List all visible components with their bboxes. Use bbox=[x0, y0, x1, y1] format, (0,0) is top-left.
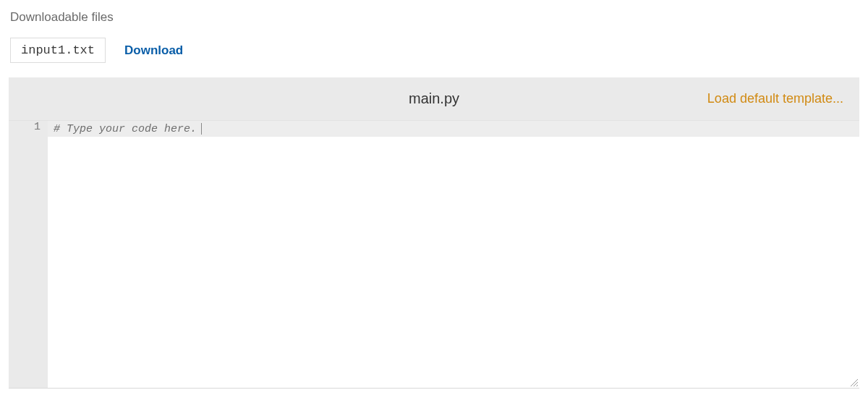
downloads-section: Downloadable files input1.txt Download bbox=[0, 0, 868, 77]
code-editor: main.py Load default template... 1 # Typ… bbox=[9, 77, 859, 389]
editor-filename: main.py bbox=[409, 90, 459, 107]
download-filename-chip: input1.txt bbox=[10, 38, 106, 63]
downloads-row: input1.txt Download bbox=[10, 38, 858, 63]
editor-header: main.py Load default template... bbox=[9, 77, 859, 121]
code-content[interactable]: 1 # Type your code here. bbox=[48, 121, 859, 388]
line-number: 1 bbox=[9, 121, 48, 137]
load-default-template-link[interactable]: Load default template... bbox=[707, 91, 843, 106]
resize-handle-icon[interactable] bbox=[849, 378, 858, 386]
downloads-title: Downloadable files bbox=[10, 10, 858, 25]
code-area[interactable]: 1 # Type your code here. bbox=[9, 121, 859, 389]
text-cursor bbox=[201, 123, 202, 135]
code-comment-text: # Type your code here. bbox=[48, 123, 197, 135]
download-link[interactable]: Download bbox=[124, 43, 183, 58]
code-line[interactable]: # Type your code here. bbox=[48, 121, 859, 137]
line-number-gutter bbox=[9, 121, 48, 388]
svg-line-2 bbox=[856, 385, 858, 386]
